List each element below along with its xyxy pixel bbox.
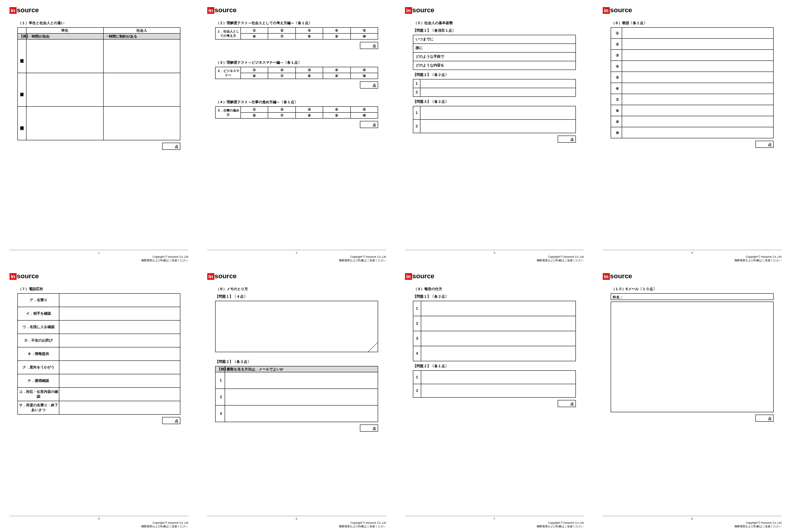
- page-5: insource （７）電話応対 ア．名乗りイ．相手を確認ウ．名指し人を確認カ．…: [0, 266, 198, 532]
- logo: insource: [9, 6, 188, 14]
- email-subject[interactable]: 件名：: [611, 293, 774, 300]
- score-box[interactable]: 点: [162, 143, 180, 150]
- page-4: insource （６）敬語〔各１点〕 ①②③④⑤⑥⑦⑧⑨⑩ 点 4Copyri…: [593, 0, 791, 266]
- page-6: insource （８）メモのとり方 【問題１】〔４点〕 【問題２】〔各２点〕 …: [198, 266, 396, 532]
- page-1: insource （１）学生と社会人との違い 学生社会人 【例】・時間が自由・時…: [0, 0, 198, 266]
- section-title: （１）学生と社会人との違い: [18, 21, 180, 26]
- page-7: insource （９）報告の仕方 【問題１】〔各２点〕 １２３４ 【問題２】〔…: [396, 266, 593, 532]
- memo-box[interactable]: [215, 301, 378, 352]
- page-curl-icon: [368, 342, 378, 352]
- page-2: insource （２）理解度テスト～社会人としての考え方編～〔各１点〕 １．社…: [198, 0, 396, 266]
- email-body[interactable]: [611, 302, 774, 412]
- page-8: insource （１０）Eメール〔１０点〕 件名： 点 8Copyright …: [593, 266, 791, 532]
- diff-table: 学生社会人 【例】・時間が自由・時間に制約がある 生活環境 経済面 交友関係: [17, 27, 180, 140]
- page-3: insource （５）社会人の基本姿勢 【問題１】〔各項目１点〕 いつまでに誰…: [396, 0, 593, 266]
